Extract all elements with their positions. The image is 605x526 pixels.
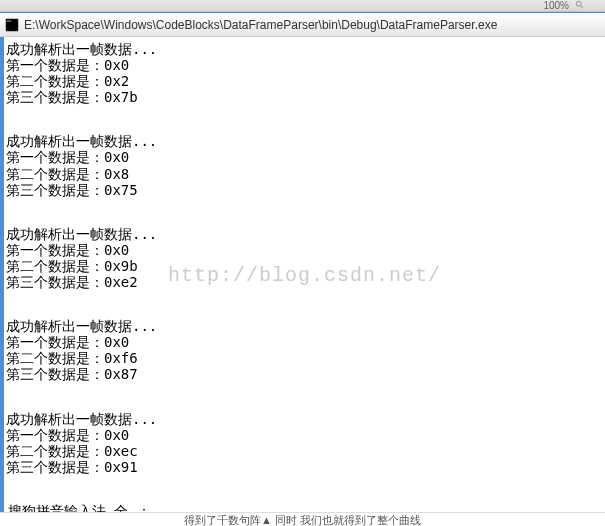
frame-header: 成功解析出一帧数据... — [6, 226, 603, 242]
svg-rect-3 — [7, 20, 11, 21]
frame-data-line: 第三个数据是：0x75 — [6, 182, 603, 198]
frame-data-line: 第三个数据是：0x7b — [6, 89, 603, 105]
frame-header: 成功解析出一帧数据... — [6, 318, 603, 334]
frame-data-line: 第二个数据是：0x8 — [6, 166, 603, 182]
frame-header: 成功解析出一帧数据... — [6, 411, 603, 427]
svg-line-1 — [581, 5, 584, 8]
frame-block: 成功解析出一帧数据...第一个数据是：0x0第二个数据是：0x8第三个数据是：0… — [6, 133, 603, 197]
window-title: E:\WorkSpace\Windows\CodeBlocks\DataFram… — [24, 18, 601, 32]
frame-block: 成功解析出一帧数据...第一个数据是：0x0第二个数据是：0x9b第三个数据是：… — [6, 226, 603, 290]
frame-data-line: 第三个数据是：0xe2 — [6, 274, 603, 290]
frame-header: 成功解析出一帧数据... — [6, 133, 603, 149]
console-output: http://blog.csdn.net/ 成功解析出一帧数据...第一个数据是… — [0, 37, 605, 512]
frame-data-line: 第三个数据是：0x91 — [6, 459, 603, 475]
app-icon — [4, 17, 20, 33]
zoom-level: 100% — [543, 0, 569, 11]
ime-status: 搜狗拼音输入法 全 ： — [6, 503, 603, 512]
titlebar[interactable]: E:\WorkSpace\Windows\CodeBlocks\DataFram… — [0, 13, 605, 37]
frame-data-line: 第一个数据是：0x0 — [6, 242, 603, 258]
frame-data-line: 第二个数据是：0x2 — [6, 73, 603, 89]
frame-data-line: 第一个数据是：0x0 — [6, 149, 603, 165]
frame-data-line: 第二个数据是：0xec — [6, 443, 603, 459]
console-window: E:\WorkSpace\Windows\CodeBlocks\DataFram… — [0, 12, 605, 526]
status-bar: 得到了千数句阵▲ 同时 我们也就得到了整个曲线 — [0, 512, 605, 526]
frame-header: 成功解析出一帧数据... — [6, 41, 603, 57]
frame-data-line: 第三个数据是：0x87 — [6, 366, 603, 382]
svg-point-0 — [576, 1, 581, 6]
frame-data-line: 第二个数据是：0xf6 — [6, 350, 603, 366]
frame-data-line: 第二个数据是：0x9b — [6, 258, 603, 274]
frame-block: 成功解析出一帧数据...第一个数据是：0x0第二个数据是：0x2第三个数据是：0… — [6, 41, 603, 105]
frame-block: 成功解析出一帧数据...第一个数据是：0x0第二个数据是：0xec第三个数据是：… — [6, 411, 603, 475]
status-text: 得到了千数句阵▲ 同时 我们也就得到了整个曲线 — [184, 514, 421, 526]
frame-data-line: 第一个数据是：0x0 — [6, 334, 603, 350]
browser-toolbar-fragment: 100% — [0, 0, 605, 12]
frame-block: 成功解析出一帧数据...第一个数据是：0x0第二个数据是：0xf6第三个数据是：… — [6, 318, 603, 382]
frame-data-line: 第一个数据是：0x0 — [6, 427, 603, 443]
search-icon[interactable] — [575, 0, 585, 12]
frame-data-line: 第一个数据是：0x0 — [6, 57, 603, 73]
